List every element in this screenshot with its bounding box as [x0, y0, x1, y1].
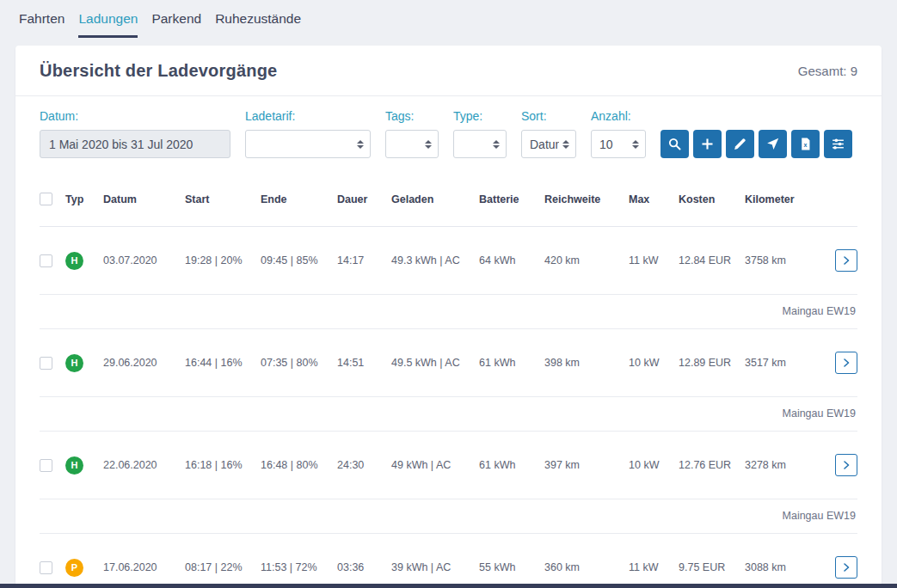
tariff-name: Maingau EW19	[783, 510, 856, 522]
select-arrows-icon	[632, 140, 639, 149]
cell-kilometer: 3278 km	[745, 459, 826, 471]
search-button[interactable]	[660, 130, 689, 158]
select-all-checkbox[interactable]	[40, 193, 52, 205]
row-checkbox[interactable]	[40, 254, 52, 267]
tags-label: Tags:	[385, 109, 439, 123]
col-geladen: Geladen	[391, 193, 479, 205]
row-checkbox[interactable]	[40, 459, 52, 472]
cell-geladen: 39 kWh | AC	[391, 561, 479, 573]
row-details-button[interactable]	[835, 352, 857, 374]
pencil-icon	[733, 137, 747, 151]
row-details-button[interactable]	[835, 556, 857, 579]
charging-entry: P 17.06.2020 08:17 | 22% 11:53 | 72% 03:…	[40, 534, 857, 588]
table-row: H 29.06.2020 16:44 | 16% 07:35 | 80% 14:…	[40, 329, 857, 397]
edit-button[interactable]	[726, 130, 754, 158]
select-arrows-icon	[562, 140, 569, 149]
tab-ruhezustaende[interactable]: Ruhezustände	[215, 11, 301, 38]
cell-datum: 03.07.2020	[103, 254, 185, 266]
charging-overview-card: Übersicht der Ladevorgänge Gesamt: 9 Dat…	[15, 46, 882, 588]
row-checkbox[interactable]	[40, 357, 52, 370]
anzahl-select-value: 10	[599, 138, 629, 151]
filter-toolbar: Datum: Ladetarif: Tags: Type:	[15, 96, 882, 175]
sort-select-value: Datum	[530, 138, 559, 151]
cell-dauer: 14:51	[337, 357, 391, 369]
table-row: H 03.07.2020 19:28 | 20% 09:45 | 85% 14:…	[40, 227, 857, 295]
row-details-button[interactable]	[835, 249, 857, 272]
type-select[interactable]	[453, 130, 507, 158]
excel-export-button[interactable]: x	[791, 130, 820, 158]
filter-sliders-icon	[831, 137, 845, 151]
col-typ: Typ	[65, 193, 103, 205]
cell-datum: 22.06.2020	[103, 459, 185, 471]
add-button[interactable]	[693, 130, 722, 158]
type-badge: P	[65, 559, 83, 577]
total-count-label: Gesamt: 9	[798, 64, 857, 78]
plus-icon	[700, 137, 715, 151]
sort-select[interactable]: Datum	[521, 130, 576, 158]
cell-kilometer: 3088 km	[745, 561, 826, 573]
col-dauer: Dauer	[337, 193, 391, 205]
col-kilometer: Kilometer	[745, 193, 826, 205]
tariff-name: Maingau EW19	[783, 305, 856, 317]
navigate-button[interactable]	[759, 130, 787, 158]
select-arrows-icon	[493, 140, 500, 149]
datum-label: Datum:	[40, 109, 230, 123]
cell-kilometer: 3758 km	[745, 254, 826, 266]
cell-ende: 07:35 | 80%	[261, 357, 337, 369]
filter-anzahl: Anzahl: 10	[591, 109, 646, 158]
cell-kosten: 12.89 EUR	[679, 357, 745, 369]
cell-reichweite: 420 km	[544, 254, 629, 266]
col-max: Max	[629, 193, 679, 205]
location-arrow-icon	[765, 137, 780, 151]
cell-dauer: 14:17	[337, 254, 391, 266]
tab-parkend[interactable]: Parkend	[151, 11, 201, 38]
filter-settings-button[interactable]	[824, 130, 852, 158]
charging-entry: H 03.07.2020 19:28 | 20% 09:45 | 85% 14:…	[40, 227, 857, 329]
cell-kilometer: 3517 km	[745, 357, 826, 369]
search-icon	[667, 137, 682, 151]
cell-kosten: 9.75 EUR	[679, 561, 745, 573]
chevron-right-icon	[841, 358, 851, 368]
cell-geladen: 49.3 kWh | AC	[391, 254, 479, 266]
cell-ende: 09:45 | 85%	[261, 254, 337, 266]
type-badge: H	[65, 456, 83, 475]
type-badge: H	[65, 252, 83, 270]
filter-type: Type:	[453, 109, 507, 158]
col-kosten: Kosten	[679, 193, 745, 205]
tags-select[interactable]	[385, 130, 439, 158]
tab-fahrten[interactable]: Fahrten	[19, 11, 65, 38]
row-details-button[interactable]	[835, 454, 857, 476]
sort-label: Sort:	[521, 109, 576, 123]
cell-dauer: 24:30	[337, 459, 391, 471]
col-reichweite: Reichweite	[544, 193, 629, 205]
tariff-subrow: Maingau EW19	[40, 295, 857, 329]
row-checkbox[interactable]	[40, 561, 52, 574]
anzahl-select[interactable]: 10	[591, 130, 646, 158]
table-body: H 03.07.2020 19:28 | 20% 09:45 | 85% 14:…	[40, 227, 857, 588]
tab-ladungen[interactable]: Ladungen	[78, 11, 138, 38]
filter-tags: Tags:	[385, 109, 439, 158]
col-datum: Datum	[103, 193, 185, 205]
cell-batterie: 61 kWh	[479, 357, 544, 369]
cell-reichweite: 398 km	[544, 357, 629, 369]
cell-max: 10 kW	[629, 459, 679, 471]
filter-ladetarif: Ladetarif:	[245, 109, 371, 158]
charging-entry: H 29.06.2020 16:44 | 16% 07:35 | 80% 14:…	[40, 329, 857, 432]
ladetarif-select[interactable]	[245, 130, 371, 158]
col-start: Start	[185, 193, 261, 205]
cell-max: 11 kW	[629, 561, 679, 573]
cell-reichweite: 397 km	[544, 459, 629, 471]
chevron-right-icon	[841, 460, 851, 470]
card-header: Übersicht der Ladevorgänge Gesamt: 9	[15, 46, 882, 96]
cell-kosten: 12.84 EUR	[679, 254, 745, 266]
filter-sort: Sort: Datum	[521, 109, 576, 158]
excel-export-icon: x	[798, 137, 813, 151]
table-row: P 17.06.2020 08:17 | 22% 11:53 | 72% 03:…	[40, 534, 857, 588]
svg-text:x: x	[803, 142, 807, 149]
col-ende: Ende	[261, 193, 337, 205]
cell-ende: 11:53 | 72%	[261, 561, 337, 573]
footer-bar	[0, 584, 897, 588]
type-label: Type:	[453, 109, 507, 123]
date-range-input[interactable]	[40, 130, 230, 158]
chevron-right-icon	[841, 562, 851, 573]
